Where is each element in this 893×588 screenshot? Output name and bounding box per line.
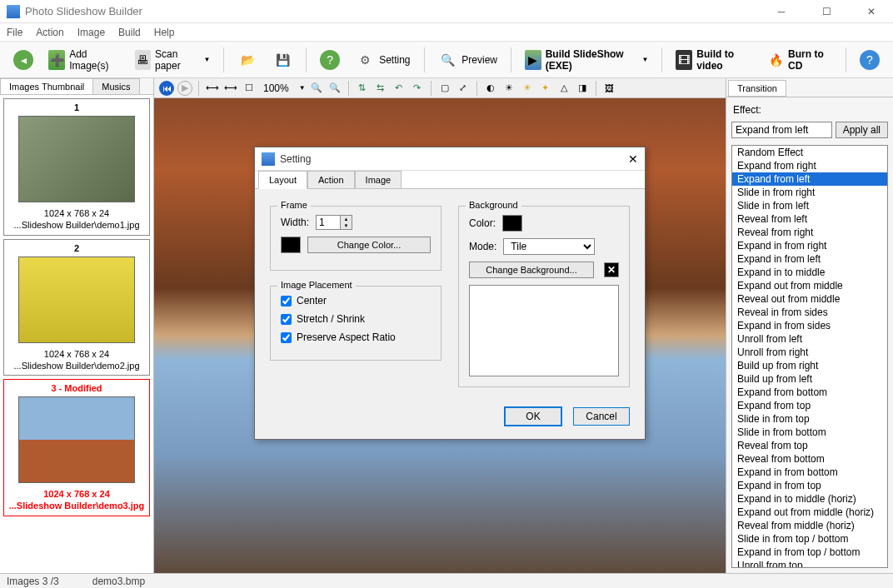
spin-down-icon[interactable]: ▼	[341, 222, 352, 229]
effect-list-item[interactable]: Reveal from left	[732, 212, 887, 226]
burn-cd-button[interactable]: 🔥Burn to CD	[762, 46, 837, 74]
effect-list-item[interactable]: Expand in from bottom	[732, 466, 887, 479]
rotate-left-icon[interactable]: ↶	[392, 81, 407, 96]
play-icon[interactable]: ▶	[177, 81, 192, 96]
open-button[interactable]: 📂	[232, 47, 262, 72]
minimize-button[interactable]: ─	[766, 6, 796, 17]
brightness-icon[interactable]: ☀	[501, 81, 516, 96]
spin-up-icon[interactable]: ▲	[341, 216, 352, 222]
tab-transition[interactable]: Transition	[728, 80, 786, 97]
effect-list-item[interactable]: Expand in from top	[732, 479, 887, 492]
tab-musics[interactable]: Musics	[92, 78, 139, 94]
back-button[interactable]: ◂	[8, 47, 38, 72]
effect-list-item[interactable]: Expand out from middle (horiz)	[732, 506, 887, 519]
frame-color-swatch[interactable]	[281, 237, 301, 253]
actual-size-icon[interactable]: ☐	[242, 81, 257, 96]
ok-button[interactable]: OK	[505, 407, 561, 426]
flip-h-icon[interactable]: ⇆	[373, 81, 388, 96]
menu-action[interactable]: Action	[36, 27, 63, 38]
dialog-tab-layout[interactable]: Layout	[258, 171, 307, 189]
thumbnail-item[interactable]: 1 1024 x 768 x 24 ...Slideshow Builder\d…	[3, 98, 150, 236]
add-images-button[interactable]: ➕Add Image(s)	[43, 46, 125, 74]
effect-list-item[interactable]: Unroll from top	[732, 559, 887, 568]
triangle-icon[interactable]: △	[556, 81, 571, 96]
effect-list-item[interactable]: Slide in from bottom	[732, 426, 887, 439]
preview-button[interactable]: 🔍Preview	[432, 47, 502, 72]
fit-width-icon[interactable]: ⟷	[205, 81, 220, 96]
bg-color-swatch[interactable]	[502, 215, 522, 232]
dialog-tab-action[interactable]: Action	[307, 171, 355, 189]
effect-list-item[interactable]: Slide in from top / bottom	[732, 532, 887, 546]
zoom-dropdown[interactable]: ▼	[299, 84, 306, 92]
effect-list-item[interactable]: Expand from bottom	[732, 386, 887, 399]
effect-list-item[interactable]: Reveal in from sides	[732, 306, 887, 319]
zoom-in-icon[interactable]: 🔍	[327, 81, 342, 96]
rotate-right-icon[interactable]: ↷	[410, 81, 425, 96]
effect-list-item[interactable]: Expand from right	[732, 159, 887, 172]
effect-list-item[interactable]: Unroll from left	[732, 332, 887, 346]
change-color-button[interactable]: Change Color...	[307, 237, 431, 253]
effect-list-item[interactable]: Slide in from right	[732, 186, 887, 199]
effect-list-item[interactable]: Unroll from right	[732, 346, 887, 359]
effects-icon[interactable]: 🖼	[602, 81, 617, 96]
current-effect-input[interactable]: Expand from left	[731, 122, 832, 138]
setting-button[interactable]: ⚙Setting	[350, 47, 415, 72]
effect-list-item[interactable]: Build up from right	[732, 359, 887, 372]
width-input[interactable]	[317, 216, 340, 229]
thumbnail-item[interactable]: 2 1024 x 768 x 24 ...Slideshow Builder\d…	[3, 239, 150, 376]
effect-list-item[interactable]: Expand from top	[732, 399, 887, 412]
effect-list-item[interactable]: Slide in from left	[732, 199, 887, 212]
effect-list-item[interactable]: Reveal from top	[732, 439, 887, 452]
effect-list-item[interactable]: Slide in from top	[732, 412, 887, 426]
crop-icon[interactable]: ▢	[437, 81, 452, 96]
apply-all-button[interactable]: Apply all	[836, 122, 888, 138]
close-button[interactable]: ✕	[856, 6, 886, 17]
resize-icon[interactable]: ⤢	[456, 81, 471, 96]
center-checkbox[interactable]: Center	[281, 295, 431, 306]
effect-list-item[interactable]: Reveal from middle (horiz)	[732, 519, 887, 532]
effect-list-item[interactable]: Expand in from left	[732, 252, 887, 266]
effect-list-item[interactable]: Random Effect	[732, 146, 887, 159]
effect-list-item[interactable]: Expand in from top / bottom	[732, 546, 887, 559]
menu-help[interactable]: Help	[154, 27, 175, 38]
tab-images-thumbnail[interactable]: Images Thumbnail	[0, 78, 93, 94]
mode-select[interactable]: Tile	[503, 238, 595, 255]
effect-list-item[interactable]: Expand in to middle	[732, 266, 887, 279]
cancel-button[interactable]: Cancel	[573, 407, 630, 426]
build-video-button[interactable]: 🎞Build to video	[671, 46, 757, 74]
thumbnail-item[interactable]: 3 - Modified 1024 x 768 x 24 ...Slidesho…	[3, 379, 150, 516]
help-green-button[interactable]: ?	[315, 47, 345, 72]
stretch-checkbox[interactable]: Stretch / Shrink	[281, 313, 431, 325]
menu-build[interactable]: Build	[118, 27, 141, 38]
effect-list-item[interactable]: Reveal out from middle	[732, 292, 887, 306]
effect-list-item[interactable]: Build up from left	[732, 372, 887, 386]
fit-height-icon[interactable]: ⟷	[223, 81, 238, 96]
effect-list-item[interactable]: Expand in from right	[732, 239, 887, 252]
aspect-checkbox[interactable]: Preserve Aspect Ratio	[281, 331, 431, 343]
effect-list-item[interactable]: Expand in from sides	[732, 319, 887, 332]
compare-icon[interactable]: ◨	[575, 81, 590, 96]
zoom-out-icon[interactable]: 🔍	[309, 81, 324, 96]
effect-list-item[interactable]: Expand from left	[732, 172, 887, 186]
menu-file[interactable]: File	[7, 27, 22, 38]
maximize-button[interactable]: ☐	[811, 6, 841, 17]
effect-list-item[interactable]: Expand out from middle	[732, 279, 887, 292]
menu-image[interactable]: Image	[77, 27, 105, 38]
save-button[interactable]: 💾	[267, 47, 297, 72]
clear-background-button[interactable]: ✕	[604, 262, 619, 277]
change-background-button[interactable]: Change Background...	[469, 262, 594, 278]
first-icon[interactable]: ⏮	[159, 81, 174, 96]
width-spinner[interactable]: ▲▼	[316, 215, 352, 230]
dialog-close-button[interactable]: ✕	[628, 152, 638, 166]
effect-list[interactable]: Random EffectExpand from rightExpand fro…	[731, 145, 888, 568]
effect-list-item[interactable]: Reveal from right	[732, 226, 887, 239]
effect-list-item[interactable]: Reveal from bottom	[732, 452, 887, 466]
build-slideshow-button[interactable]: ▶Build SlideShow (EXE)▼	[520, 46, 653, 74]
sparkle-icon[interactable]: ✦	[538, 81, 553, 96]
effect-list-item[interactable]: Expand in to middle (horiz)	[732, 492, 887, 506]
brightness2-icon[interactable]: ☀	[520, 81, 535, 96]
contrast-icon[interactable]: ◐	[483, 81, 498, 96]
flip-v-icon[interactable]: ⇅	[355, 81, 370, 96]
help-button[interactable]: ?	[855, 47, 885, 72]
dialog-tab-image[interactable]: Image	[355, 171, 402, 189]
